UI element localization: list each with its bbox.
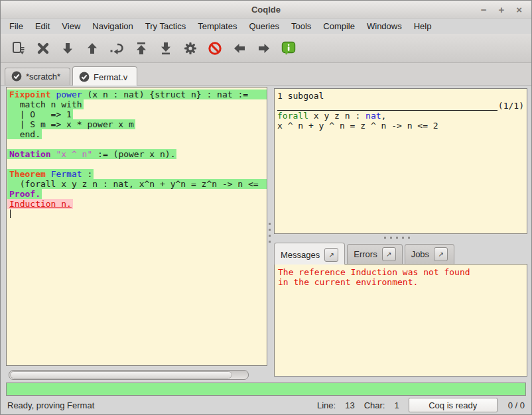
menu-item-file[interactable]: File (3, 20, 29, 32)
code-line: Theorem Fermat : (7, 169, 267, 179)
maximize-icon[interactable]: + (498, 5, 504, 15)
interrupt-button[interactable] (202, 37, 227, 60)
message-panel: The reference Induction was not foundin … (274, 264, 527, 377)
goal-separator-rule (277, 103, 498, 111)
tab-status-check-icon (79, 72, 90, 82)
code-token: nat (366, 111, 381, 121)
code-line-highlight: Proof. (7, 189, 42, 199)
restart-button[interactable] (129, 37, 153, 60)
code-token: (forall x y z n : nat, x^n + y^n = z^n -… (9, 179, 259, 189)
code-token: match n with (9, 99, 82, 109)
goal-panel: 1 subgoal(1/1)forall x y z n : nat,x ^ n… (274, 88, 527, 234)
menu-item-tools[interactable]: Tools (285, 20, 317, 32)
fully-check-button[interactable] (178, 37, 202, 60)
step-forward-button[interactable] (55, 37, 80, 60)
save-button[interactable] (6, 37, 31, 60)
char-label: Char: (364, 400, 385, 410)
code-editor[interactable]: Fixpoint power (x n : nat) {struct n} : … (6, 87, 267, 366)
minimize-icon[interactable]: − (481, 5, 487, 15)
code-line: match n with (7, 99, 267, 109)
message-tab-bar: Messages↗Errors↗Jobs↗ (274, 242, 527, 264)
message-tab-label: Messages (281, 250, 320, 260)
code-token: "x ^ n" (56, 149, 92, 159)
detach-icon[interactable]: ↗ (434, 247, 448, 261)
menu-item-queries[interactable]: Queries (243, 20, 285, 32)
code-token: (x n : nat) {struct n} : nat := (82, 89, 248, 99)
tab-label: *scratch* (26, 72, 60, 82)
tab-status-check-icon (11, 71, 22, 82)
about-icon (281, 41, 296, 56)
goal-line: x ^ n + y ^ n = z ^ n -> n <= 2 (277, 121, 524, 131)
previous-button[interactable] (227, 37, 251, 60)
detach-icon[interactable]: ↗ (382, 247, 396, 261)
menu-item-templates[interactable]: Templates (192, 20, 243, 32)
menu-item-view[interactable]: View (56, 20, 86, 32)
about-button[interactable] (276, 37, 300, 60)
detach-icon[interactable]: ↗ (324, 248, 338, 262)
line-label: Line: (317, 400, 336, 410)
code-line (7, 159, 267, 169)
code-line: | S m => x * power x m (7, 119, 267, 129)
fully-check-icon (183, 41, 198, 56)
close-icon[interactable]: × (516, 5, 522, 15)
code-line-highlight: (forall x y z n : nat, x^n + y^n = z^n -… (7, 179, 267, 189)
code-token: Fixpoint (9, 89, 51, 99)
handle-dot (269, 229, 271, 231)
window-title: CoqIde (1, 5, 531, 15)
menu-item-try-tactics[interactable]: Try Tactics (139, 20, 192, 32)
close-icon (36, 41, 50, 56)
code-line: | O => 1 (7, 109, 267, 119)
tab-fermat-v[interactable]: Fermat.v (72, 66, 137, 86)
code-line: Induction n. (7, 199, 267, 209)
menu-item-edit[interactable]: Edit (29, 20, 56, 32)
code-line-highlight: match n with (7, 99, 84, 109)
menu-item-help[interactable]: Help (408, 20, 438, 32)
error-message-line: The reference Induction was not found (278, 267, 523, 277)
code-line-highlight: | O => 1 (7, 109, 73, 119)
code-line-highlight: Theorem Fermat : (7, 169, 94, 179)
tab-scratch[interactable]: *scratch* (5, 68, 70, 85)
window-controls: − + × (481, 5, 531, 15)
save-icon (11, 41, 26, 56)
message-tab-messages[interactable]: Messages↗ (274, 243, 345, 265)
vertical-pane-resize-handle[interactable] (268, 223, 271, 243)
next-button[interactable] (251, 37, 276, 60)
code-token: Notation (9, 149, 51, 159)
restart-icon (134, 41, 149, 56)
interrupt-icon (208, 41, 222, 56)
go-to-cursor-icon (109, 41, 124, 56)
code-line: Fixpoint power (x n : nat) {struct n} : … (7, 89, 267, 99)
horizontal-pane-resize-handle[interactable] (384, 237, 410, 239)
run-to-end-icon (159, 41, 173, 56)
code-line: Proof. (7, 189, 267, 199)
status-text: Ready, proving Fermat (7, 400, 94, 410)
handle-dot (396, 237, 398, 239)
handle-dot (269, 223, 271, 225)
goal-line: forall x y z n : nat, (277, 111, 524, 121)
code-token: : (82, 169, 93, 179)
menu-item-compile[interactable]: Compile (317, 20, 361, 32)
previous-icon (232, 41, 247, 56)
code-line (7, 139, 267, 149)
menu-item-navigation[interactable]: Navigation (86, 20, 139, 32)
code-token: Proof. (9, 189, 40, 199)
menu-item-windows[interactable]: Windows (361, 20, 408, 32)
goal-counter: (1/1) (498, 101, 524, 111)
close-button[interactable] (31, 37, 55, 60)
step-back-button[interactable] (80, 37, 104, 60)
main-area: Fixpoint power (x n : nat) {struct n} : … (1, 85, 531, 414)
message-tab-errors[interactable]: Errors↗ (347, 244, 402, 264)
handle-dot (408, 237, 410, 239)
step-forward-icon (60, 41, 75, 56)
run-to-end-button[interactable] (153, 37, 178, 60)
error-message-line: in the current environment. (278, 277, 523, 287)
text-cursor (10, 209, 11, 218)
go-to-cursor-button[interactable] (104, 37, 129, 60)
title-bar[interactable]: CoqIde − + × (1, 1, 531, 19)
editor-horizontal-scrollbar[interactable] (9, 370, 249, 380)
code-line-highlight: Notation "x ^ n" := (power x n). (7, 149, 176, 159)
handle-dot (390, 237, 392, 239)
scrollbar-thumb[interactable] (10, 371, 232, 379)
code-token: := (power x n). (92, 149, 175, 159)
message-tab-jobs[interactable]: Jobs↗ (405, 244, 454, 264)
